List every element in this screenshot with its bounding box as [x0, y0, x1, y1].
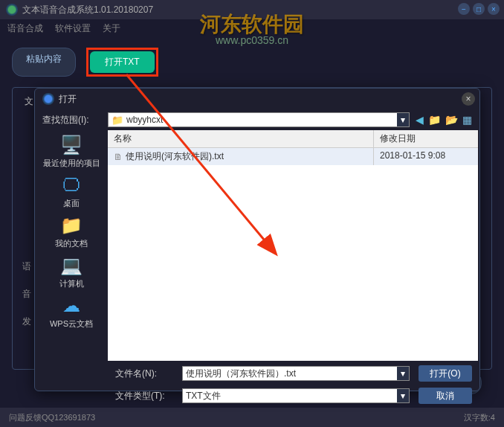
file-list-header: 名称 修改日期 [108, 130, 478, 148]
open-txt-button[interactable]: 打开TXT [90, 51, 155, 73]
sidebar-wps-label: WPS云文档 [50, 318, 93, 330]
desktop-icon: 🖵 [59, 175, 83, 196]
dialog-titlebar: 打开 × [35, 89, 479, 109]
places-sidebar: 🖥️ 最近使用的项目 🖵 桌面 📁 我的文档 💻 计算机 ☁ WPS云文档 [35, 130, 108, 361]
dialog-icon [42, 93, 54, 105]
window-title: 文本语音合成系统1.01.20180207 [22, 4, 153, 16]
dialog-close-button[interactable]: × [462, 92, 475, 106]
filetype-dropdown-icon[interactable]: ▾ [397, 389, 409, 402]
maximize-button[interactable]: □ [473, 3, 485, 15]
paste-button[interactable]: 粘贴内容 [12, 48, 76, 77]
file-name: 使用说明(河东软件园).txt [126, 150, 224, 163]
sidebar-desktop[interactable]: 🖵 桌面 [59, 175, 83, 209]
toolbar: 粘贴内容 打开TXT [0, 37, 504, 87]
side-labels: 语 音 发 [22, 260, 31, 328]
titlebar: 文本语音合成系统1.01.20180207 − □ × [0, 0, 504, 19]
close-button[interactable]: × [488, 3, 500, 15]
filetype-value: TXT文件 [186, 390, 221, 402]
sidebar-documents-label: 我的文档 [55, 238, 88, 249]
sidebar-computer-label: 计算机 [59, 278, 84, 289]
back-icon[interactable]: ◀ [416, 114, 424, 126]
newfolder-icon[interactable]: 📂 [445, 114, 458, 126]
status-feedback: 问题反馈QQ123691873 [9, 412, 95, 423]
column-date[interactable]: 修改日期 [374, 130, 478, 147]
menu-tts[interactable]: 语音合成 [7, 22, 43, 35]
menu-settings[interactable]: 软件设置 [55, 22, 91, 35]
computer-icon: 💻 [59, 255, 83, 276]
file-open-dialog: 打开 × 查找范围(I): 📁 wbyyhcxt ▾ ◀ 📁 📂 ▦ 🖥️ 最近… [34, 88, 480, 391]
file-row[interactable]: 🗎 使用说明(河东软件园).txt 2018-01-15 9:08 [108, 148, 478, 165]
sidebar-desktop-label: 桌面 [63, 198, 80, 209]
menubar: 语音合成 软件设置 关于 [0, 19, 504, 37]
filename-dropdown-icon[interactable]: ▾ [397, 367, 409, 380]
filetype-combo[interactable]: TXT文件 ▾ [182, 388, 410, 403]
sidebar-wps[interactable]: ☁ WPS云文档 [50, 295, 93, 330]
cancel-button[interactable]: 取消 [419, 388, 472, 404]
viewmode-icon[interactable]: ▦ [462, 114, 472, 126]
sidebar-documents[interactable]: 📁 我的文档 [55, 215, 88, 249]
dropdown-icon[interactable]: ▾ [397, 113, 409, 126]
open-button[interactable]: 打开(O) [419, 365, 472, 382]
sidebar-recent-label: 最近使用的项目 [43, 158, 100, 169]
lookin-row: 查找范围(I): 📁 wbyyhcxt ▾ ◀ 📁 📂 ▦ [35, 109, 479, 130]
sidebar-recent[interactable]: 🖥️ 最近使用的项目 [43, 135, 100, 169]
label-2: 音 [22, 288, 31, 301]
label-1: 语 [22, 260, 31, 273]
app-icon [6, 4, 18, 16]
highlight-annotation: 打开TXT [86, 48, 158, 77]
cloud-icon: ☁ [59, 295, 83, 316]
txt-file-icon: 🗎 [114, 152, 123, 162]
status-charcount: 汉字数:4 [464, 412, 495, 423]
filename-value: 使用说明（河东软件园）.txt [186, 367, 296, 380]
file-date: 2018-01-15 9:08 [374, 148, 478, 165]
lookin-label: 查找范围(I): [42, 114, 102, 126]
label-3: 发 [22, 315, 31, 328]
file-list[interactable]: 名称 修改日期 🗎 使用说明(河东软件园).txt 2018-01-15 9:0… [108, 130, 478, 361]
column-name[interactable]: 名称 [108, 130, 374, 147]
recent-icon: 🖥️ [59, 135, 83, 155]
minimize-button[interactable]: − [458, 3, 470, 15]
lookin-combo[interactable]: 📁 wbyyhcxt ▾ [108, 112, 410, 127]
dialog-title: 打开 [59, 93, 77, 106]
lookin-value: wbyyhcxt [126, 115, 163, 125]
dialog-bottom: 文件名(N): 使用说明（河东软件园）.txt ▾ 打开(O) 文件类型(T):… [35, 361, 479, 411]
sidebar-computer[interactable]: 💻 计算机 [59, 255, 84, 289]
filename-label: 文件名(N): [115, 367, 173, 380]
menu-about[interactable]: 关于 [103, 22, 120, 35]
filetype-label: 文件类型(T): [115, 390, 173, 402]
folder-icon: 📁 [112, 115, 123, 126]
up-icon[interactable]: 📁 [428, 114, 441, 126]
documents-icon: 📁 [59, 215, 83, 236]
filename-input[interactable]: 使用说明（河东软件园）.txt ▾ [182, 366, 410, 381]
content-label: 文 [25, 95, 33, 108]
